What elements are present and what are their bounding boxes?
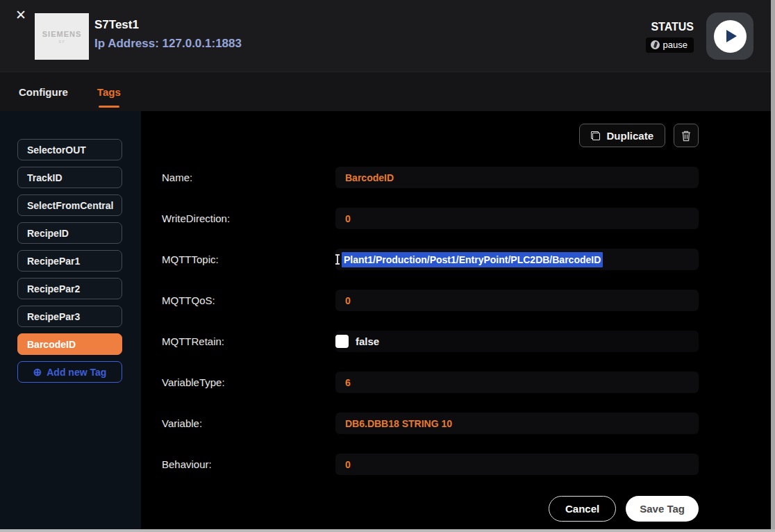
add-new-tag-label: Add new Tag [47,367,106,378]
mqttretain-field: false [335,331,699,352]
behaviour-input[interactable]: 0 [335,454,699,475]
device-title: S7Test1 [94,18,242,32]
status-badge: pause [646,38,694,53]
variable-input[interactable]: DB6.DBB18 STRING 10 [335,413,699,434]
mqttretain-value: false [356,335,379,347]
name-label: Name: [162,172,335,183]
mqttqos-label: MQTTQoS: [162,294,335,306]
device-header: ✕ SIEMENS S7 S7Test1 Ip Address: 127.0.0… [0,0,775,72]
tag-button-recipepar2[interactable]: RecipePar2 [17,278,122,299]
writedirection-label: WriteDirection: [162,213,335,224]
name-input[interactable]: BarcodeID [335,167,699,188]
tab-tags[interactable]: Tags [97,72,121,111]
mqtttopic-selected-text: Plant1/Production/Post1/EntryPoint/PLC2D… [342,252,603,267]
tag-detail-panel: Duplicate Name: BarcodeID [141,111,775,532]
tag-button-recipepar3[interactable]: RecipePar3 [17,306,122,327]
status-label: STATUS [651,21,694,33]
device-title-block: S7Test1 Ip Address: 127.0.0.1:1883 [94,18,242,51]
tag-button-selectorout[interactable]: SelectorOUT [17,139,122,160]
mqttretain-checkbox[interactable] [335,335,349,348]
tag-button-selectfromcentral[interactable]: SelectFromCentral [17,194,122,216]
writedirection-input[interactable]: 0 [335,208,699,229]
pause-status-icon [651,40,660,49]
mqtttopic-label: MQTTTopic: [162,253,335,265]
logo-brand-text: SIEMENS [42,30,82,38]
status-block: STATUS pause [646,21,694,53]
device-ip-address: Ip Address: 127.0.0.1:1883 [94,37,242,51]
window-edge-right [771,0,775,532]
tab-configure[interactable]: Configure [19,72,68,111]
tag-button-barcodeid[interactable]: BarcodeID [17,333,122,355]
tag-button-recipeid[interactable]: RecipeID [17,222,122,244]
variabletype-input[interactable]: 6 [335,372,699,393]
tag-button-recipepar1[interactable]: RecipePar1 [17,250,122,272]
copy-icon [591,131,600,140]
plus-circle-icon: ⊕ [33,367,42,377]
trash-icon [681,130,692,142]
save-tag-button[interactable]: Save Tag [626,496,699,522]
add-new-tag-button[interactable]: ⊕ Add new Tag [17,361,122,383]
duplicate-button[interactable]: Duplicate [579,124,665,147]
window-edge-bottom [0,529,775,532]
cancel-button[interactable]: Cancel [549,496,616,522]
play-icon [726,30,737,42]
duplicate-label: Duplicate [606,130,653,142]
logo-sub-text: S7 [58,40,65,44]
mqtttopic-input[interactable]: Plant1/Production/Post1/EntryPoint/PLC2D… [335,249,699,270]
tag-list-sidebar: SelectorOUT TrackID SelectFromCentral Re… [0,111,141,532]
tag-button-trackid[interactable]: TrackID [17,167,122,188]
text-cursor-ibeam [337,254,338,265]
status-value: pause [663,40,688,50]
variabletype-label: VariableType: [162,376,335,388]
behaviour-label: Behaviour: [162,458,335,470]
close-icon[interactable]: ✕ [15,8,26,22]
tab-bar: Configure Tags [0,72,775,111]
variable-label: Variable: [162,417,335,429]
mqttretain-label: MQTTRetain: [162,335,335,347]
siemens-s7-logo: SIEMENS S7 [35,13,89,60]
app-window: ✕ SIEMENS S7 S7Test1 Ip Address: 127.0.0… [0,0,775,532]
play-button[interactable] [706,13,753,60]
delete-tag-button[interactable] [674,124,699,147]
play-circle [714,20,747,53]
mqttqos-input[interactable]: 0 [335,290,699,311]
